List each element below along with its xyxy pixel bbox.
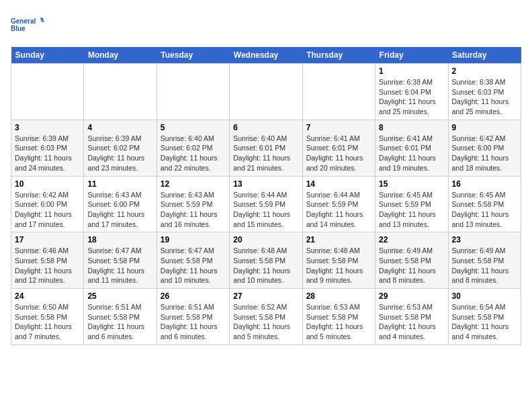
day-number: 8 [379, 123, 444, 132]
calendar-cell: 7Sunrise: 6:41 AM Sunset: 6:01 PM Daylig… [302, 120, 375, 176]
calendar-cell: 27Sunrise: 6:52 AM Sunset: 5:58 PM Dayli… [230, 289, 302, 345]
day-number: 11 [87, 179, 152, 189]
day-info: Sunrise: 6:53 AM Sunset: 5:58 PM Dayligh… [306, 302, 371, 342]
calendar-cell: 22Sunrise: 6:49 AM Sunset: 5:58 PM Dayli… [375, 232, 448, 289]
day-info: Sunrise: 6:38 AM Sunset: 6:04 PM Dayligh… [379, 77, 444, 117]
day-number: 12 [161, 179, 226, 189]
calendar-table: SundayMondayTuesdayWednesdayThursdayFrid… [11, 47, 521, 345]
day-number: 15 [379, 179, 444, 189]
calendar-week-row: 17Sunrise: 6:46 AM Sunset: 5:58 PM Dayli… [11, 232, 521, 289]
calendar-cell: 23Sunrise: 6:49 AM Sunset: 5:58 PM Dayli… [448, 232, 521, 289]
day-number: 30 [452, 291, 517, 301]
calendar-cell: 6Sunrise: 6:40 AM Sunset: 6:01 PM Daylig… [230, 120, 302, 176]
day-info: Sunrise: 6:49 AM Sunset: 5:58 PM Dayligh… [379, 246, 444, 285]
day-info: Sunrise: 6:39 AM Sunset: 6:03 PM Dayligh… [15, 134, 80, 173]
calendar-cell: 21Sunrise: 6:48 AM Sunset: 5:58 PM Dayli… [302, 232, 375, 289]
day-info: Sunrise: 6:43 AM Sunset: 6:00 PM Dayligh… [87, 190, 152, 230]
day-number: 21 [306, 235, 371, 244]
day-info: Sunrise: 6:44 AM Sunset: 5:59 PM Dayligh… [233, 190, 298, 230]
day-number: 19 [161, 235, 226, 244]
day-info: Sunrise: 6:41 AM Sunset: 6:01 PM Dayligh… [379, 134, 444, 173]
day-info: Sunrise: 6:51 AM Sunset: 5:58 PM Dayligh… [161, 302, 226, 342]
day-info: Sunrise: 6:49 AM Sunset: 5:58 PM Dayligh… [452, 246, 517, 285]
day-info: Sunrise: 6:51 AM Sunset: 5:58 PM Dayligh… [87, 302, 152, 342]
calendar-cell: 16Sunrise: 6:45 AM Sunset: 5:58 PM Dayli… [448, 176, 521, 232]
day-info: Sunrise: 6:46 AM Sunset: 5:58 PM Dayligh… [15, 246, 80, 285]
day-of-week-header: Thursday [302, 47, 375, 64]
day-number: 26 [161, 291, 226, 301]
calendar-cell: 2Sunrise: 6:38 AM Sunset: 6:03 PM Daylig… [448, 64, 521, 120]
day-info: Sunrise: 6:38 AM Sunset: 6:03 PM Dayligh… [452, 77, 517, 117]
day-number: 5 [161, 123, 226, 132]
calendar-cell [84, 64, 157, 120]
day-info: Sunrise: 6:45 AM Sunset: 5:58 PM Dayligh… [452, 190, 517, 230]
day-info: Sunrise: 6:40 AM Sunset: 6:01 PM Dayligh… [233, 134, 298, 173]
day-of-week-header: Wednesday [230, 47, 302, 64]
day-info: Sunrise: 6:54 AM Sunset: 5:58 PM Dayligh… [452, 302, 517, 342]
day-number: 4 [87, 123, 152, 132]
day-number: 14 [306, 179, 371, 189]
calendar-cell [230, 64, 302, 120]
day-info: Sunrise: 6:48 AM Sunset: 5:58 PM Dayligh… [233, 246, 298, 285]
day-info: Sunrise: 6:43 AM Sunset: 5:59 PM Dayligh… [161, 190, 226, 230]
calendar-cell: 4Sunrise: 6:39 AM Sunset: 6:02 PM Daylig… [84, 120, 157, 176]
day-number: 10 [15, 179, 80, 189]
day-number: 23 [452, 235, 517, 244]
calendar-week-row: 3Sunrise: 6:39 AM Sunset: 6:03 PM Daylig… [11, 120, 521, 176]
calendar-cell: 11Sunrise: 6:43 AM Sunset: 6:00 PM Dayli… [84, 176, 157, 232]
calendar-cell: 10Sunrise: 6:42 AM Sunset: 6:00 PM Dayli… [11, 176, 84, 232]
calendar-cell [302, 64, 375, 120]
calendar-cell: 12Sunrise: 6:43 AM Sunset: 5:59 PM Dayli… [157, 176, 229, 232]
calendar-cell [157, 64, 229, 120]
calendar-cell: 25Sunrise: 6:51 AM Sunset: 5:58 PM Dayli… [84, 289, 157, 345]
day-info: Sunrise: 6:48 AM Sunset: 5:58 PM Dayligh… [306, 246, 371, 285]
day-info: Sunrise: 6:50 AM Sunset: 5:58 PM Dayligh… [15, 302, 80, 342]
day-of-week-header: Monday [84, 47, 157, 64]
calendar-cell: 8Sunrise: 6:41 AM Sunset: 6:01 PM Daylig… [375, 120, 448, 176]
day-info: Sunrise: 6:40 AM Sunset: 6:02 PM Dayligh… [161, 134, 226, 173]
calendar-cell: 26Sunrise: 6:51 AM Sunset: 5:58 PM Dayli… [157, 289, 229, 345]
day-header-row: SundayMondayTuesdayWednesdayThursdayFrid… [11, 47, 521, 64]
day-of-week-header: Tuesday [157, 47, 229, 64]
day-number: 1 [379, 66, 444, 76]
day-info: Sunrise: 6:42 AM Sunset: 6:00 PM Dayligh… [15, 190, 80, 230]
calendar-cell: 19Sunrise: 6:47 AM Sunset: 5:58 PM Dayli… [157, 232, 229, 289]
calendar-cell: 15Sunrise: 6:45 AM Sunset: 5:59 PM Dayli… [375, 176, 448, 232]
calendar-week-row: 10Sunrise: 6:42 AM Sunset: 6:00 PM Dayli… [11, 176, 521, 232]
day-number: 6 [233, 123, 298, 132]
calendar-week-row: 24Sunrise: 6:50 AM Sunset: 5:58 PM Dayli… [11, 289, 521, 345]
day-number: 16 [452, 179, 517, 189]
calendar-cell: 29Sunrise: 6:53 AM Sunset: 5:58 PM Dayli… [375, 289, 448, 345]
day-info: Sunrise: 6:39 AM Sunset: 6:02 PM Dayligh… [87, 134, 152, 173]
calendar-cell: 13Sunrise: 6:44 AM Sunset: 5:59 PM Dayli… [230, 176, 302, 232]
day-info: Sunrise: 6:41 AM Sunset: 6:01 PM Dayligh… [306, 134, 371, 173]
logo: General Blue [11, 11, 44, 39]
day-number: 22 [379, 235, 444, 244]
day-info: Sunrise: 6:53 AM Sunset: 5:58 PM Dayligh… [379, 302, 444, 342]
calendar-cell [11, 64, 84, 120]
day-info: Sunrise: 6:52 AM Sunset: 5:58 PM Dayligh… [233, 302, 298, 342]
day-of-week-header: Sunday [11, 47, 84, 64]
calendar-cell: 17Sunrise: 6:46 AM Sunset: 5:58 PM Dayli… [11, 232, 84, 289]
day-of-week-header: Saturday [448, 47, 521, 64]
page-header: General Blue [11, 11, 521, 39]
day-number: 17 [15, 235, 80, 244]
logo-svg: General Blue [11, 11, 44, 39]
calendar-cell: 24Sunrise: 6:50 AM Sunset: 5:58 PM Dayli… [11, 289, 84, 345]
day-info: Sunrise: 6:47 AM Sunset: 5:58 PM Dayligh… [161, 246, 226, 285]
calendar-cell: 28Sunrise: 6:53 AM Sunset: 5:58 PM Dayli… [302, 289, 375, 345]
day-number: 3 [15, 123, 80, 132]
day-info: Sunrise: 6:44 AM Sunset: 5:59 PM Dayligh… [306, 190, 371, 230]
calendar-cell: 3Sunrise: 6:39 AM Sunset: 6:03 PM Daylig… [11, 120, 84, 176]
calendar-week-row: 1Sunrise: 6:38 AM Sunset: 6:04 PM Daylig… [11, 64, 521, 120]
calendar-cell: 9Sunrise: 6:42 AM Sunset: 6:00 PM Daylig… [448, 120, 521, 176]
calendar-cell: 1Sunrise: 6:38 AM Sunset: 6:04 PM Daylig… [375, 64, 448, 120]
day-number: 28 [306, 291, 371, 301]
svg-text:General: General [11, 17, 36, 25]
calendar-cell: 20Sunrise: 6:48 AM Sunset: 5:58 PM Dayli… [230, 232, 302, 289]
day-of-week-header: Friday [375, 47, 448, 64]
day-info: Sunrise: 6:47 AM Sunset: 5:58 PM Dayligh… [87, 246, 152, 285]
day-number: 24 [15, 291, 80, 301]
calendar-cell: 18Sunrise: 6:47 AM Sunset: 5:58 PM Dayli… [84, 232, 157, 289]
day-number: 27 [233, 291, 298, 301]
